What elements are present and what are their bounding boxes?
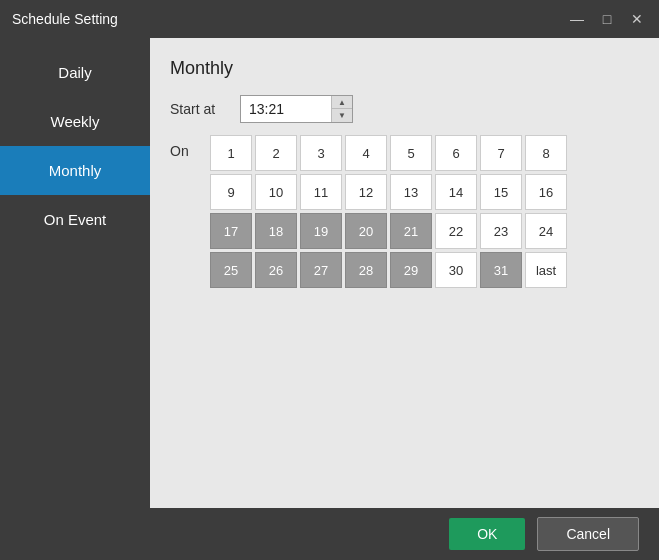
day-btn-7[interactable]: 7: [480, 135, 522, 171]
sidebar-item-on-event[interactable]: On Event: [0, 195, 150, 244]
day-btn-2[interactable]: 2: [255, 135, 297, 171]
day-btn-5[interactable]: 5: [390, 135, 432, 171]
day-btn-30[interactable]: 30: [435, 252, 477, 288]
day-btn-4[interactable]: 4: [345, 135, 387, 171]
main-content: Daily Weekly Monthly On Event Monthly St…: [0, 38, 659, 508]
maximize-button[interactable]: □: [597, 9, 617, 29]
title-bar: Schedule Setting — □ ✕: [0, 0, 659, 38]
cancel-button[interactable]: Cancel: [537, 517, 639, 551]
sidebar: Daily Weekly Monthly On Event: [0, 38, 150, 508]
time-input-wrapper: ▲ ▼: [240, 95, 353, 123]
sidebar-item-monthly[interactable]: Monthly: [0, 146, 150, 195]
calendar-grid: 1234567891011121314151617181920212223242…: [210, 135, 567, 288]
day-btn-11[interactable]: 11: [300, 174, 342, 210]
sidebar-item-weekly[interactable]: Weekly: [0, 97, 150, 146]
day-btn-21[interactable]: 21: [390, 213, 432, 249]
on-label: On: [170, 135, 200, 159]
time-spinner-up[interactable]: ▲: [332, 96, 352, 109]
day-btn-17[interactable]: 17: [210, 213, 252, 249]
day-btn-12[interactable]: 12: [345, 174, 387, 210]
day-btn-6[interactable]: 6: [435, 135, 477, 171]
start-at-row: Start at ▲ ▼: [170, 95, 639, 123]
day-btn-25[interactable]: 25: [210, 252, 252, 288]
day-btn-29[interactable]: 29: [390, 252, 432, 288]
day-btn-28[interactable]: 28: [345, 252, 387, 288]
window-title: Schedule Setting: [12, 11, 567, 27]
day-btn-19[interactable]: 19: [300, 213, 342, 249]
time-input[interactable]: [241, 97, 331, 121]
content-area: Monthly Start at ▲ ▼ On 1234567891011121…: [150, 38, 659, 508]
day-btn-23[interactable]: 23: [480, 213, 522, 249]
start-at-label: Start at: [170, 101, 230, 117]
day-btn-8[interactable]: 8: [525, 135, 567, 171]
time-spinners: ▲ ▼: [331, 96, 352, 122]
section-title: Monthly: [170, 58, 639, 79]
day-btn-1[interactable]: 1: [210, 135, 252, 171]
day-btn-16[interactable]: 16: [525, 174, 567, 210]
day-btn-22[interactable]: 22: [435, 213, 477, 249]
minimize-button[interactable]: —: [567, 9, 587, 29]
day-btn-20[interactable]: 20: [345, 213, 387, 249]
day-btn-24[interactable]: 24: [525, 213, 567, 249]
on-row: On 1234567891011121314151617181920212223…: [170, 135, 639, 288]
day-btn-last[interactable]: last: [525, 252, 567, 288]
day-btn-3[interactable]: 3: [300, 135, 342, 171]
day-btn-14[interactable]: 14: [435, 174, 477, 210]
footer: OK Cancel: [0, 508, 659, 560]
sidebar-item-daily[interactable]: Daily: [0, 48, 150, 97]
schedule-setting-window: Schedule Setting — □ ✕ Daily Weekly Mont…: [0, 0, 659, 560]
day-btn-9[interactable]: 9: [210, 174, 252, 210]
day-btn-18[interactable]: 18: [255, 213, 297, 249]
day-btn-27[interactable]: 27: [300, 252, 342, 288]
day-btn-26[interactable]: 26: [255, 252, 297, 288]
day-btn-10[interactable]: 10: [255, 174, 297, 210]
day-btn-31[interactable]: 31: [480, 252, 522, 288]
close-button[interactable]: ✕: [627, 9, 647, 29]
day-btn-13[interactable]: 13: [390, 174, 432, 210]
day-btn-15[interactable]: 15: [480, 174, 522, 210]
time-spinner-down[interactable]: ▼: [332, 109, 352, 122]
window-controls: — □ ✕: [567, 9, 647, 29]
ok-button[interactable]: OK: [449, 518, 525, 550]
